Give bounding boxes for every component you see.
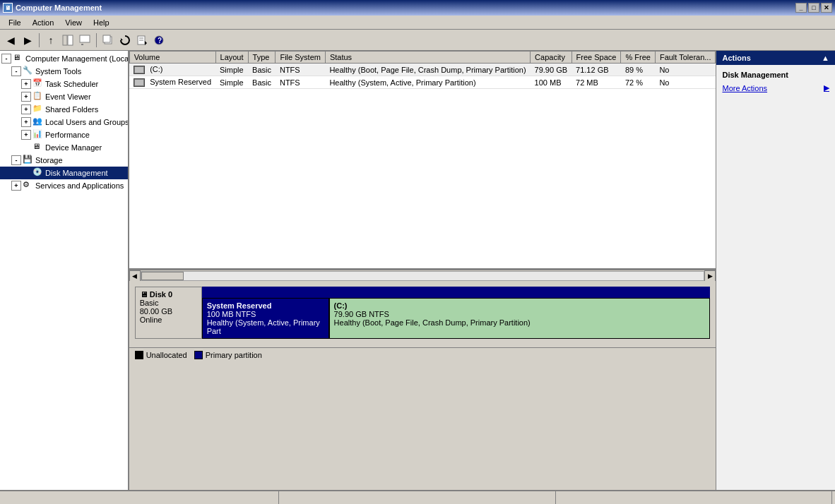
status-segment-2 (279, 491, 555, 504)
disk-icon: 🖥 (140, 290, 150, 299)
event-viewer-icon: 📋 (32, 91, 44, 102)
tree-label-storage: Storage (35, 156, 63, 164)
more-actions-label: More Actions (722, 84, 767, 92)
tree-item-disk-management[interactable]: 💿 Disk Management (0, 167, 128, 179)
window-title: Computer Management (16, 4, 102, 12)
legend-unallocated-box (135, 351, 143, 359)
tree-label-shared-folders: Shared Folders (45, 105, 98, 114)
tree-item-event-viewer[interactable]: + 📋 Event Viewer (0, 90, 128, 103)
tree-label-disk-management: Disk Management (45, 169, 108, 177)
tree-item-storage[interactable]: - 💾 Storage (0, 154, 128, 167)
actions-title: Actions (722, 54, 750, 62)
scroll-thumb[interactable] (141, 272, 184, 280)
menu-file[interactable]: File (3, 17, 27, 28)
tree-label-performance: Performance (45, 131, 90, 139)
properties-button[interactable] (77, 32, 93, 48)
tree-item-performance[interactable]: + 📊 Performance (0, 128, 128, 141)
menu-help[interactable]: Help (88, 17, 115, 28)
tree-expand-root[interactable]: - (1, 54, 11, 64)
tree-item-root[interactable]: - 🖥 Computer Management (Local) (0, 52, 128, 65)
tree-expand-system-tools[interactable]: - (11, 66, 21, 76)
cell-layout-1: Simple (215, 76, 248, 89)
cell-fault-0: No (655, 64, 716, 76)
cell-volume-0: (C:) (129, 64, 215, 76)
menu-action[interactable]: Action (27, 17, 60, 28)
close-button[interactable]: ✕ (821, 3, 832, 13)
tree-item-services-apps[interactable]: + ⚙ Services and Applications (0, 179, 128, 192)
tree-label-event-viewer: Event Viewer (45, 92, 91, 101)
more-actions-link[interactable]: More Actions ▶ (716, 82, 835, 94)
tree-expand-local-users[interactable]: + (21, 117, 31, 127)
toolbar-separator-1 (39, 33, 40, 47)
back-button[interactable]: ◀ (3, 32, 18, 48)
tree-expand-task-scheduler[interactable]: + (21, 79, 31, 89)
col-pct-free[interactable]: % Free (621, 52, 655, 64)
col-volume[interactable]: Volume (129, 52, 215, 64)
app-icon: 🖥 (3, 3, 13, 13)
table-row[interactable]: System Reserved Simple Basic NTFS Health… (129, 76, 716, 89)
forward-button[interactable]: ▶ (20, 32, 35, 48)
actions-header-icon: ▲ (822, 54, 829, 62)
tree-root: - 🖥 Computer Management (Local) - 🔧 Syst… (0, 51, 128, 193)
scroll-track[interactable] (141, 271, 705, 281)
svg-rect-3 (81, 44, 83, 45)
scroll-right-button[interactable]: ▶ (704, 270, 716, 282)
status-bar (0, 490, 835, 504)
tree-item-shared-folders[interactable]: + 📁 Shared Folders (0, 103, 128, 116)
new-window-button[interactable] (100, 32, 116, 48)
disk-header-0 (202, 287, 711, 298)
col-layout[interactable]: Layout (215, 52, 248, 64)
local-users-icon: 👥 (32, 116, 44, 128)
partition-c-drive[interactable]: (C:) 79.90 GB NTFS Healthy (Boot, Page F… (329, 298, 711, 339)
toolbar-separator-2 (96, 33, 97, 47)
svg-rect-1 (68, 35, 73, 45)
export-button[interactable] (134, 32, 150, 48)
tree-expand-services-apps[interactable]: + (11, 181, 21, 191)
tree-item-device-manager[interactable]: 🖥 Device Manager (0, 141, 128, 154)
cell-type-0: Basic (248, 64, 276, 76)
disk-size-0: 80.00 GB (140, 307, 197, 316)
tree-item-system-tools[interactable]: - 🔧 System Tools (0, 65, 128, 78)
disk-parts-row-0: System Reserved 100 MB NTFS Healthy (Sys… (202, 298, 711, 339)
tree-expand-storage[interactable]: - (11, 155, 21, 165)
main-container: - 🖥 Computer Management (Local) - 🔧 Syst… (0, 51, 835, 490)
col-free-space[interactable]: Free Space (572, 52, 621, 64)
up-button[interactable]: ↑ (43, 32, 59, 48)
svg-rect-5 (103, 35, 110, 42)
tree-expand-performance[interactable]: + (21, 130, 31, 140)
partition-system-reserved[interactable]: System Reserved 100 MB NTFS Healthy (Sys… (202, 298, 329, 339)
tree-item-local-users[interactable]: + 👥 Local Users and Groups (0, 116, 128, 128)
actions-header: Actions ▲ (716, 51, 835, 65)
toolbar: ◀ ▶ ↑ ? (0, 30, 835, 51)
cell-free-0: 71.12 GB (572, 64, 621, 76)
disk-type-0: Basic (140, 299, 197, 307)
tree-expand-event-viewer[interactable]: + (21, 92, 31, 102)
tree-expand-shared-folders[interactable]: + (21, 104, 31, 114)
tree-item-task-scheduler[interactable]: + 📅 Task Scheduler (0, 78, 128, 90)
col-type[interactable]: Type (248, 52, 276, 64)
svg-marker-6 (121, 38, 123, 40)
storage-icon: 💾 (23, 155, 34, 166)
system-tools-icon: 🔧 (23, 66, 34, 77)
disk-partitions-0: System Reserved 100 MB NTFS Healthy (Sys… (202, 287, 711, 339)
help-button[interactable]: ? (151, 32, 167, 48)
cell-capacity-0: 79.90 GB (531, 64, 572, 76)
scroll-left-button[interactable]: ◀ (129, 270, 141, 282)
disk-name-0: 🖥 Disk 0 (140, 290, 197, 299)
status-segment-3 (556, 491, 832, 504)
title-bar-buttons[interactable]: _ □ ✕ (795, 3, 832, 13)
horizontal-scrollbar[interactable]: ◀ ▶ (129, 270, 716, 281)
cell-free-1: 72 MB (572, 76, 621, 89)
show-hide-console-button[interactable] (60, 32, 76, 48)
partition-system-status: Healthy (System, Active, Primary Part (207, 318, 324, 335)
minimize-button[interactable]: _ (795, 3, 807, 13)
col-capacity[interactable]: Capacity (531, 52, 572, 64)
col-filesystem[interactable]: File System (276, 52, 325, 64)
refresh-button[interactable] (117, 32, 133, 48)
col-status[interactable]: Status (325, 52, 530, 64)
maximize-button[interactable]: □ (808, 3, 819, 13)
menu-view[interactable]: View (59, 17, 88, 28)
table-row[interactable]: (C:) Simple Basic NTFS Healthy (Boot, Pa… (129, 64, 716, 76)
col-fault-tolerance[interactable]: Fault Toleran... (655, 52, 716, 64)
tree-label-services-apps: Services and Applications (35, 181, 124, 190)
